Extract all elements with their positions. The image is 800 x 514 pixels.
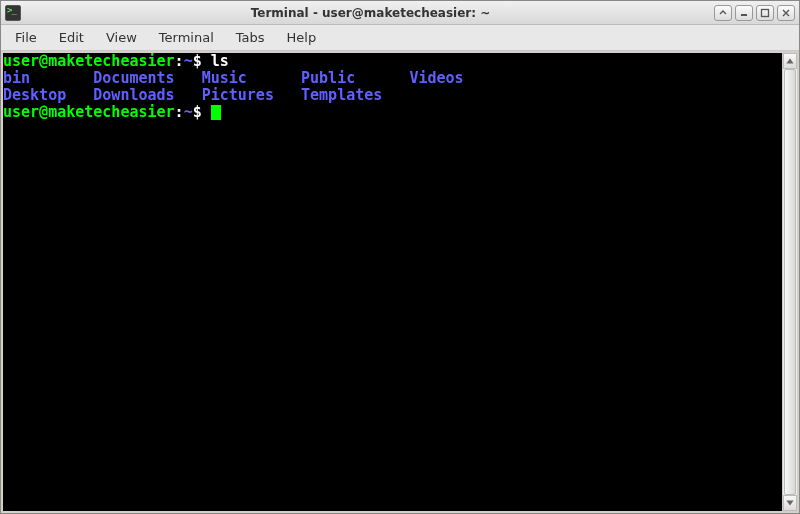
- menubar: FileEditViewTerminalTabsHelp: [1, 25, 799, 51]
- prompt-user: user@maketecheasier: [3, 53, 175, 70]
- cursor: [211, 105, 221, 120]
- terminal-line: user@maketecheasier:~$ ls: [3, 53, 782, 70]
- prompt-path: ~: [184, 103, 193, 121]
- svg-rect-1: [762, 9, 769, 16]
- prompt-path: ~: [184, 53, 193, 70]
- prompt-sep: :: [175, 103, 184, 121]
- directory-entry: Downloads: [93, 86, 201, 104]
- terminal-line: Desktop Downloads Pictures Templates: [3, 87, 782, 104]
- command-text: ls: [211, 53, 229, 70]
- scrollbar-thumb[interactable]: [784, 69, 796, 495]
- terminal-window: Terminal - user@maketecheasier: ~ FileEd…: [0, 0, 800, 514]
- svg-rect-0: [741, 14, 747, 16]
- directory-entry: Videos: [409, 69, 463, 87]
- scroll-up-button[interactable]: [783, 53, 797, 69]
- vertical-scrollbar[interactable]: [782, 53, 797, 511]
- menu-terminal[interactable]: Terminal: [149, 27, 224, 48]
- directory-entry: Public: [301, 69, 409, 87]
- menu-view[interactable]: View: [96, 27, 147, 48]
- menu-tabs[interactable]: Tabs: [226, 27, 275, 48]
- minimize-button[interactable]: [735, 5, 753, 21]
- directory-entry: Pictures: [202, 86, 301, 104]
- maximize-button[interactable]: [756, 5, 774, 21]
- terminal-app-icon: [5, 5, 21, 21]
- terminal-line: user@maketecheasier:~$: [3, 104, 782, 121]
- menu-file[interactable]: File: [5, 27, 47, 48]
- directory-entry: Desktop: [3, 86, 93, 104]
- prompt-dollar: $: [193, 53, 211, 70]
- titlebar: Terminal - user@maketecheasier: ~: [1, 1, 799, 25]
- directory-entry: Documents: [93, 69, 201, 87]
- window-controls: [714, 5, 795, 21]
- scrollbar-track[interactable]: [783, 69, 797, 495]
- scroll-down-button[interactable]: [783, 495, 797, 511]
- directory-entry: Music: [202, 69, 301, 87]
- prompt-dollar: $: [193, 103, 211, 121]
- prompt-sep: :: [175, 53, 184, 70]
- close-button[interactable]: [777, 5, 795, 21]
- shade-button[interactable]: [714, 5, 732, 21]
- menu-help[interactable]: Help: [277, 27, 327, 48]
- window-title: Terminal - user@maketecheasier: ~: [27, 6, 714, 20]
- directory-entry: Templates: [301, 86, 382, 104]
- terminal-output[interactable]: user@maketecheasier:~$ lsbin Documents M…: [3, 53, 782, 511]
- menu-edit[interactable]: Edit: [49, 27, 94, 48]
- prompt-user: user@maketecheasier: [3, 103, 175, 121]
- content-area: user@maketecheasier:~$ lsbin Documents M…: [1, 51, 799, 513]
- directory-entry: bin: [3, 69, 93, 87]
- terminal-line: bin Documents Music Public Videos: [3, 70, 782, 87]
